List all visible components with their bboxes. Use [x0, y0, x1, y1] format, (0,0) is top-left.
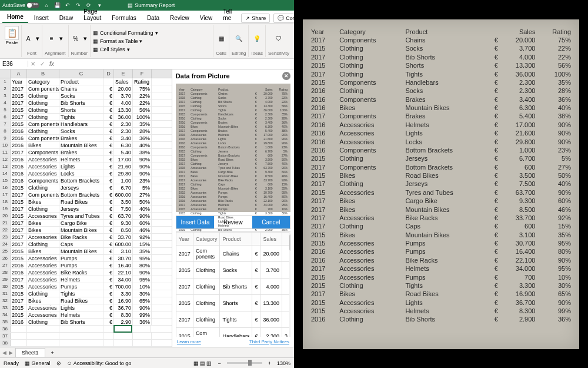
group-font: A▾ Font: [22, 25, 42, 57]
view-break-icon[interactable]: ▥: [206, 360, 212, 366]
zoom-in-icon[interactable]: +: [268, 360, 271, 366]
table-icon: ▦: [93, 38, 98, 44]
reference-photo: YearCategoryProductSalesRating2017Compon…: [303, 19, 579, 349]
review-button[interactable]: Review: [214, 216, 252, 228]
excel-window: AutoSave OFF ⌂ 💾 ↶ ↷ ⟳ ▾ ▤ Summary Repor…: [0, 0, 294, 368]
add-sheet-button[interactable]: +: [48, 350, 58, 356]
undo-icon[interactable]: ↶: [64, 2, 71, 9]
autosave-label: AutoSave: [2, 2, 25, 8]
cancel-fx-icon[interactable]: ✕: [28, 61, 38, 67]
learn-more-link[interactable]: Learn more: [177, 339, 201, 344]
share-icon: ↗: [245, 15, 250, 21]
review-scrollbar[interactable]: [289, 232, 290, 337]
tab-view[interactable]: View: [195, 13, 218, 23]
sheet-tab-bar: ◀ ▶ Sheet1 +: [0, 347, 294, 357]
tab-review[interactable]: Review: [165, 13, 194, 23]
doc-icon: ▤: [128, 2, 133, 8]
review-table: YearCategoryProductSales2017Com ponentsC…: [176, 231, 290, 337]
cell-styles[interactable]: ▦Cell Styles▾: [93, 47, 130, 52]
view-normal-icon[interactable]: ▦: [193, 360, 199, 366]
sheet-tab-1[interactable]: Sheet1: [15, 348, 45, 357]
save-icon[interactable]: 💾: [54, 2, 61, 9]
ribbon-tabs: Home Insert Draw Page Layout Formulas Da…: [0, 11, 294, 24]
status-ready: Ready: [4, 360, 19, 366]
tab-tell-me[interactable]: Tell me: [218, 6, 236, 23]
cells-icon[interactable]: ▦: [217, 34, 225, 42]
zoom-level: 130%: [277, 360, 290, 366]
third-party-link[interactable]: Third Party Notices: [249, 339, 289, 344]
autosave-state: OFF: [31, 2, 38, 6]
format-as-table[interactable]: ▦Format as Table▾: [93, 38, 142, 44]
sensitivity-icon[interactable]: 🛡: [275, 34, 283, 42]
insert-data-button[interactable]: Insert Data: [176, 216, 214, 228]
styles-icon: ▦: [93, 47, 98, 52]
status-toggle[interactable]: ⊘: [56, 360, 61, 366]
tab-data[interactable]: Data: [142, 13, 164, 23]
home-icon[interactable]: ⌂: [43, 2, 50, 9]
view-page-icon[interactable]: ▤: [200, 360, 205, 366]
formula-bar: E36 ✕ ✓ fx: [0, 59, 294, 69]
editing-icon[interactable]: 🔍: [235, 34, 243, 42]
group-alignment: ≡▾ Alignment: [42, 25, 69, 57]
title-bar: AutoSave OFF ⌂ 💾 ↶ ↷ ⟳ ▾ ▤ Summary Repor…: [0, 0, 294, 11]
ribbon: 📋 Paste A▾ Font ≡▾ Alignment %▾ Number ▦…: [0, 24, 294, 59]
group-cells: ▦ Cells: [213, 25, 229, 57]
ideas-icon[interactable]: 💡: [253, 34, 261, 42]
paste-icon[interactable]: 📋: [5, 26, 19, 40]
spreadsheet-grid[interactable]: ABCDEF 1YearCategoryProductSalesRating22…: [0, 69, 172, 347]
doc-title: Summary Report: [135, 2, 175, 8]
panel-title: Data from Picture: [176, 72, 230, 79]
fx-label: fx: [47, 61, 56, 67]
panel-close-icon[interactable]: ✕: [282, 72, 290, 80]
percent-icon[interactable]: %: [72, 34, 80, 42]
group-ideas: 💡 Ideas: [249, 25, 266, 57]
group-number: %▾ Number: [69, 25, 91, 57]
status-general: ▦ General: [25, 360, 51, 366]
zoom-slider[interactable]: [227, 362, 262, 364]
tab-draw[interactable]: Draw: [55, 13, 78, 23]
tab-insert[interactable]: Insert: [29, 13, 54, 23]
zoom-out-icon[interactable]: −: [218, 360, 220, 366]
confirm-fx-icon[interactable]: ✓: [38, 61, 47, 67]
status-accessibility: ☺ Accessibility: Good to go: [67, 360, 132, 366]
sheet-nav-next-icon[interactable]: ▶: [9, 350, 13, 356]
conditional-formatting[interactable]: ▦Conditional Formatting▾: [93, 30, 158, 36]
font-icon[interactable]: A: [24, 34, 32, 42]
cancel-button[interactable]: Cancel: [252, 216, 290, 228]
sheet-nav-prev-icon[interactable]: ◀: [2, 350, 6, 356]
group-styles: ▦Conditional Formatting▾ ▦Format as Tabl…: [91, 25, 213, 57]
align-icon[interactable]: ≡: [48, 34, 56, 42]
autosave-toggle[interactable]: AutoSave OFF: [2, 2, 39, 8]
picture-preview: YearCategoryProductSalesRating2017Compon…: [176, 84, 290, 212]
tab-formulas[interactable]: Formulas: [107, 13, 141, 23]
group-clipboard: 📋 Paste: [2, 25, 22, 57]
reference-photo-pane: YearCategoryProductSalesRating2017Compon…: [294, 0, 588, 368]
tab-page-layout[interactable]: Page Layout: [79, 6, 106, 23]
group-sensitivity: 🛡 Sensitivity: [266, 25, 292, 57]
tab-home[interactable]: Home: [2, 12, 28, 23]
paste-label: Paste: [6, 40, 18, 45]
cf-icon: ▦: [93, 30, 98, 36]
name-box[interactable]: E36: [0, 61, 28, 67]
comments-icon: 💬: [278, 15, 284, 21]
group-editing: 🔍 Editing: [229, 25, 249, 57]
status-bar: Ready ▦ General ⊘ ☺ Accessibility: Good …: [0, 357, 294, 368]
data-from-picture-panel: Data from Picture ✕ YearCategoryProductS…: [172, 69, 294, 347]
share-button[interactable]: ↗Share: [241, 14, 270, 23]
